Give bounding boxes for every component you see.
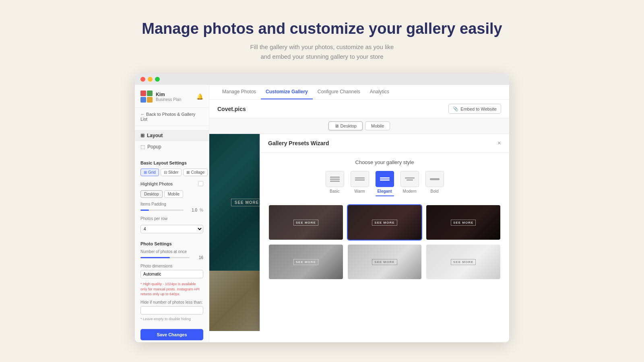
gallery-header: Covet.pics 📎 Embed to Website	[209, 100, 509, 118]
warm-icon	[351, 171, 369, 187]
hero-section: Manage photos and customize your gallery…	[0, 0, 644, 74]
grid-icon: ⊞	[140, 133, 144, 138]
preset-card-2[interactable]: SEE MORE	[347, 204, 423, 241]
mobile-preview-tab[interactable]: Mobile	[365, 121, 390, 130]
padding-value: 1.0	[186, 208, 197, 212]
style-option-elegant[interactable]: Elegant	[376, 171, 394, 196]
style-option-modern[interactable]: Modern	[400, 171, 419, 196]
wizard-body: Choose your gallery style	[260, 153, 509, 331]
browser-dot-yellow[interactable]	[148, 77, 153, 82]
embed-icon: 📎	[453, 106, 458, 111]
preset-card-1[interactable]: SEE MORE	[268, 204, 344, 241]
basic-icon	[326, 171, 344, 187]
grid-button[interactable]: ⊞ Grid	[140, 169, 159, 176]
num-photos-value: 16	[192, 255, 203, 260]
photo-dimensions-input-wrap	[140, 270, 203, 278]
warm-label: Warm	[354, 189, 365, 193]
basic-layout-title: Basic Layout Settings	[140, 160, 203, 165]
sidebar-item-layout[interactable]: ⊞ Layout	[135, 130, 209, 141]
wizard-panel: Gallery Presets Wizard × Choose your gal…	[260, 134, 509, 331]
logo-cell-1	[140, 90, 146, 96]
basic-label: Basic	[330, 189, 339, 193]
browser-dot-red[interactable]	[140, 77, 145, 82]
hide-if-input[interactable]	[140, 306, 203, 315]
layout-label: Layout	[147, 133, 163, 138]
elegant-icon	[376, 171, 394, 187]
back-link-text: ← Back to Photos & Gallery List	[140, 112, 203, 121]
padding-fill	[140, 210, 149, 211]
preset-card-5[interactable]: SEE MORE	[347, 244, 423, 280]
embed-to-website-button[interactable]: 📎 Embed to Website	[448, 104, 501, 114]
hide-if-row	[140, 306, 203, 315]
wizard-close-button[interactable]: ×	[497, 140, 501, 147]
highlight-photos-label: Highlight Photos	[140, 181, 173, 186]
brand-logo	[140, 90, 153, 103]
photo-settings-title: Photo Settings	[140, 241, 203, 246]
hero-subtitle: Fill the gallery with your photos, custo…	[8, 42, 636, 62]
desktop-icon: 🖥	[334, 123, 339, 128]
bold-label: Bold	[430, 189, 438, 193]
style-option-basic[interactable]: Basic	[326, 171, 344, 196]
slider-button[interactable]: ⊟ Slider	[161, 169, 182, 176]
brand-plan: Business Plan	[156, 97, 181, 102]
modern-icon	[400, 171, 419, 187]
logo-cell-4	[147, 97, 153, 103]
photo-quality-note: * High quality - 1024px is available onl…	[140, 282, 203, 297]
browser-dot-green[interactable]	[155, 77, 160, 82]
wizard-overlay: Gallery Presets Wizard × Choose your gal…	[209, 134, 509, 331]
hide-if-label: Hide if number of photos less than:	[140, 300, 203, 304]
sidebar-brand: Kim Business Plan 🔔	[135, 90, 209, 108]
padding-track[interactable]	[140, 210, 184, 211]
brand-name: Kim	[156, 92, 181, 97]
elegant-label: Elegant	[377, 189, 392, 193]
num-photos-slider: 16	[140, 255, 203, 260]
padding-unit: %	[200, 208, 203, 212]
brand-text: Kim Business Plan	[156, 92, 181, 102]
choose-style-title: Choose your gallery style	[268, 159, 501, 165]
hide-note: * Leave empty to disable hiding	[140, 317, 203, 321]
browser-window: Kim Business Plan 🔔 ← Back to Photos & G…	[135, 74, 509, 342]
photos-per-row-select[interactable]: 4 3 5	[140, 225, 203, 233]
logo-cell-3	[140, 97, 146, 103]
style-options: Basic Warm	[268, 171, 501, 196]
bold-icon	[425, 171, 444, 187]
popup-icon: ⬚	[140, 144, 145, 150]
hero-title: Manage photos and customize your gallery…	[8, 20, 636, 37]
tab-analytics[interactable]: Analytics	[365, 85, 394, 99]
items-padding-slider: 1.0 %	[140, 208, 203, 212]
items-padding-label: Items Padding	[140, 202, 203, 206]
highlight-photos-row: Highlight Photos	[140, 181, 203, 186]
gallery-name: Covet.pics	[217, 106, 246, 112]
save-changes-button[interactable]: Save Changes	[140, 329, 203, 340]
layout-type-buttons: ⊞ Grid ⊟ Slider ⊠ Collage	[140, 169, 203, 176]
desktop-preview-tab[interactable]: 🖥 Desktop	[328, 121, 363, 130]
photo-dimensions-input[interactable]	[140, 270, 203, 278]
mobile-tab[interactable]: Mobile	[164, 190, 183, 198]
back-link[interactable]: ← Back to Photos & Gallery List	[135, 108, 209, 126]
num-photos-label: Number of photos at once	[140, 249, 203, 254]
app-layout: Kim Business Plan 🔔 ← Back to Photos & G…	[135, 85, 509, 342]
preset-card-6[interactable]: SEE MORE	[425, 244, 501, 280]
desktop-tab[interactable]: Desktop	[140, 190, 163, 198]
preset-card-3[interactable]: SEE MORE	[425, 204, 501, 241]
tab-manage-photos[interactable]: Manage Photos	[217, 85, 261, 99]
tab-customize-gallery[interactable]: Customize Gallery	[261, 85, 313, 99]
wizard-header: Gallery Presets Wizard ×	[260, 134, 509, 153]
preset-grid-row2: SEE MORE SEE MORE	[268, 244, 501, 280]
notification-bell-icon[interactable]: 🔔	[196, 93, 203, 100]
top-nav: Manage Photos Customize Gallery Configur…	[209, 85, 509, 100]
highlight-photos-checkbox[interactable]	[198, 181, 203, 186]
wizard-title: Gallery Presets Wizard	[268, 140, 329, 146]
style-option-warm[interactable]: Warm	[351, 171, 369, 196]
sidebar: Kim Business Plan 🔔 ← Back to Photos & G…	[135, 85, 209, 342]
preview-tabs: 🖥 Desktop Mobile	[209, 118, 509, 134]
sidebar-item-popup[interactable]: ⬚ Popup	[135, 141, 209, 152]
popup-label: Popup	[147, 144, 161, 150]
style-option-bold[interactable]: Bold	[425, 171, 444, 196]
tab-configure-channels[interactable]: Configure Channels	[313, 85, 365, 99]
preset-card-4[interactable]: SEE MORE	[268, 244, 344, 280]
collage-button[interactable]: ⊠ Collage	[183, 169, 208, 176]
sidebar-nav: ⊞ Layout ⬚ Popup	[135, 126, 209, 156]
main-content: Manage Photos Customize Gallery Configur…	[209, 85, 509, 342]
num-photos-track[interactable]	[140, 257, 190, 258]
